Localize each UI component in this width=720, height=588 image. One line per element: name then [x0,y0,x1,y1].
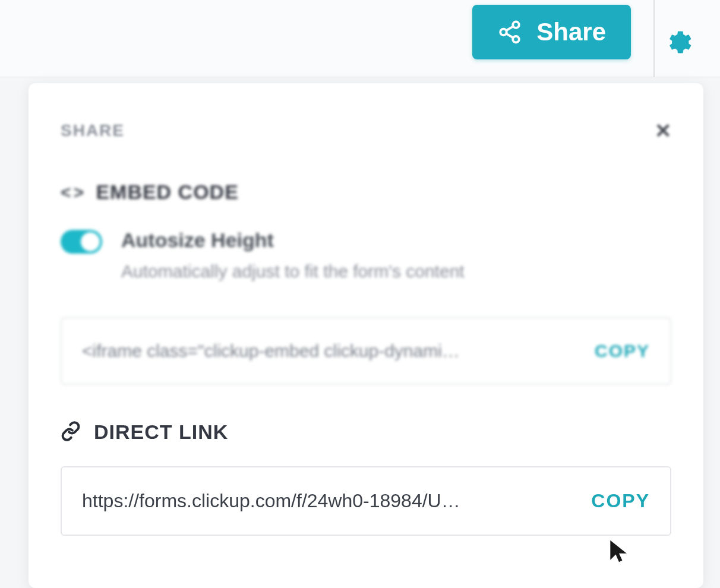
link-icon [61,421,81,444]
toggle-text: Autosize Height Automatically adjust to … [121,229,671,284]
settings-button[interactable] [667,30,691,57]
embed-section-header: < > EMBED CODE [61,181,671,204]
code-icon: < > [61,182,83,203]
direct-link-section-title: DIRECT LINK [94,421,228,444]
share-panel: SHARE ✕ < > EMBED CODE Autosize Height A… [29,83,703,588]
copy-embed-button[interactable]: COPY [595,341,650,361]
panel-header: SHARE ✕ [61,119,671,143]
embed-code-box: <iframe class="clickup-embed clickup-dyn… [61,317,671,385]
divider [653,0,655,77]
direct-link-text[interactable]: https://forms.clickup.com/f/24wh0-18984/… [82,490,577,512]
panel-title: SHARE [61,121,125,140]
gear-icon [667,30,691,55]
embed-section-title: EMBED CODE [96,181,238,204]
direct-link-section-header: DIRECT LINK [61,421,671,444]
autosize-toggle-row: Autosize Height Automatically adjust to … [61,229,671,284]
share-button-label: Share [536,18,606,46]
close-button[interactable]: ✕ [655,119,671,143]
autosize-toggle-description: Automatically adjust to fit the form's c… [121,259,671,284]
copy-direct-link-button[interactable]: COPY [591,490,650,512]
svg-point-2 [513,36,520,43]
autosize-toggle[interactable] [61,230,102,254]
cursor-icon [606,538,632,567]
svg-point-1 [501,29,507,36]
direct-link-box: https://forms.clickup.com/f/24wh0-18984/… [61,466,671,536]
direct-link-section: DIRECT LINK https://forms.clickup.com/f/… [61,421,671,536]
autosize-toggle-label: Autosize Height [121,229,671,252]
svg-line-3 [506,34,513,38]
svg-line-4 [506,26,513,30]
share-icon [497,20,522,45]
top-bar: Share [0,0,720,77]
embed-code-text[interactable]: <iframe class="clickup-embed clickup-dyn… [82,341,580,361]
share-button[interactable]: Share [472,5,631,59]
svg-point-0 [513,22,520,29]
